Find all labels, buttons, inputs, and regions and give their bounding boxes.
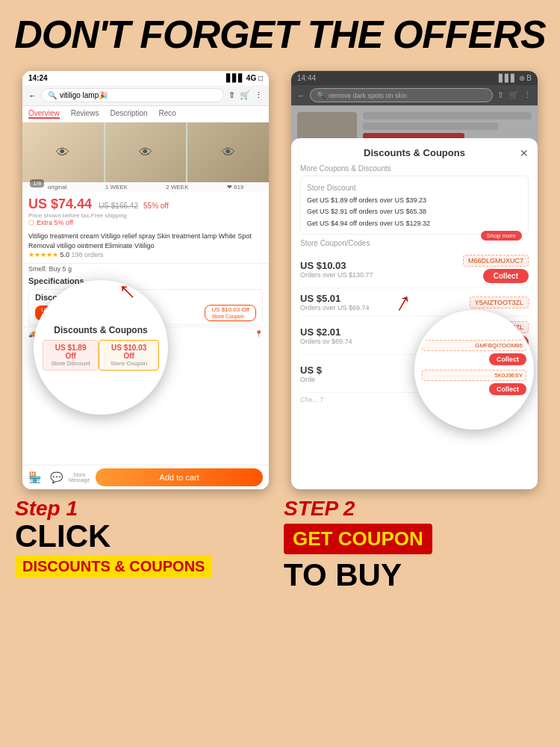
coupon-amount-4: US $ (300, 365, 322, 376)
right-circle-content: GMFBQI7OOM86 Collect 5K0J9E6Y Collect (417, 335, 531, 404)
coupon-right-1: M66DLGMUXUC7 Collect (463, 255, 529, 283)
right-phone: 14:44 ▋▋▋ ⊕ B ← 🔍 remove dark spots on s… (291, 71, 538, 489)
main-title: DON'T FORGET THE OFFERS (0, 0, 560, 63)
store-discount-3: Get US $4.94 off orders over US $129.32 (307, 218, 522, 229)
modal-sheet: Discounts & Coupons ✕ More Coupons & Dis… (291, 138, 538, 489)
left-nav-tabs: Overview Reviews Description Reco (22, 106, 269, 123)
left-search-query: vitiligo lamp🎉 (60, 91, 108, 99)
coupon-left-3: US $2.01 Orders ov $69.74 (300, 326, 352, 345)
price-discount: 55% off (143, 202, 169, 210)
step-2-number: STEP 2 (284, 497, 545, 521)
discount-badge-coupon: US $10.03 Off Store Coupon (205, 305, 256, 321)
circle-coupon-row-1: GMFBQI7OOM86 Collect (422, 340, 526, 365)
share-icon[interactable]: ⇧ (228, 90, 235, 100)
product-img-1: 👁 (22, 123, 104, 182)
coupon-code-2: Y5AIZTOOT3ZL (470, 297, 529, 309)
coupon-row-1: US $10.03 Orders over US $130.77 M66DLGM… (300, 250, 529, 288)
cart-icon[interactable]: 🛒 (240, 90, 250, 100)
search-icon: 🔍 (48, 91, 57, 99)
store-discount-1: Get US $1.89 off orders over US $39.23 (307, 195, 522, 206)
circle-content: Discounts & Coupons US $1.89 Off Store D… (37, 319, 165, 376)
circle-code-1: GMFBQI7OOM86 (422, 340, 526, 351)
circle-discounts-title: Discounts & Coupons (43, 325, 159, 335)
product-images: 👁 👁 👁 (22, 123, 269, 182)
coupon-left-1: US $10.03 Orders over US $130.77 (300, 260, 373, 279)
back-icon[interactable]: ← (28, 91, 37, 100)
price-original: US $165.42 (99, 202, 138, 210)
circle-coupon-row-2: 5K0J9E6Y Collect (422, 370, 526, 395)
circle-collect-button-1[interactable]: Collect (489, 353, 526, 365)
phones-container: 14:24 ▋▋▋ 4G □ ← 🔍 vitiligo lamp🎉 ⇧ 🛒 ⋮ … (0, 63, 560, 489)
likes-count: ❤ 619 (227, 184, 244, 190)
get-coupon-box: GET COUPON (284, 524, 432, 554)
right-circle-overlay: GMFBQI7OOM86 Collect 5K0J9E6Y Collect (414, 310, 534, 430)
price-note: Price shown before tax,Free shipping (28, 212, 263, 219)
product-desc: Vitiligo treatment cream Vitiligo relief… (22, 229, 269, 263)
price-main: US $74.44 (28, 196, 92, 211)
circle-code-2: 5K0J9E6Y (422, 370, 526, 381)
left-signal: ▋▋▋ 4G □ (226, 74, 263, 82)
store-discount-list: Get US $1.89 off orders over US $39.23 G… (307, 195, 522, 229)
modal-close-button[interactable]: ✕ (520, 147, 529, 159)
step-1-subtext: DISCOUNTS & COUPONS (15, 555, 212, 578)
price-section: US $74.44 US $165.42 55% off Price shown… (22, 192, 269, 229)
left-bottom-bar: 🏪 💬 Store Message Add to cart (22, 465, 269, 489)
circle-store-coupon: US $10.03 Off Store Coupon (99, 340, 159, 371)
product-stars: ★★★★★ 5.0 198 orders (28, 250, 263, 260)
left-status-bar: 14:24 ▋▋▋ 4G □ (22, 71, 269, 85)
coupon-amount-3: US $2.01 (300, 326, 352, 338)
location-icon: 📍 (255, 330, 263, 338)
step-1-number: Step 1 (15, 497, 276, 521)
step-2: STEP 2 GET COUPON TO BUY (284, 497, 545, 593)
coupon-amount-1: US $10.03 (300, 260, 373, 271)
left-search-input[interactable]: 🔍 vitiligo lamp🎉 (41, 88, 224, 102)
store-discount-card: Store Discount Get US $1.89 off orders o… (300, 176, 529, 235)
coupon-code-1: M66DLGMUXUC7 (463, 255, 529, 267)
left-search-bar: ← 🔍 vitiligo lamp🎉 ⇧ 🛒 ⋮ (22, 85, 269, 106)
to-buy-label: TO BUY (284, 557, 545, 593)
product-img-3: 👁 (187, 123, 269, 182)
add-to-cart-button[interactable]: Add to cart (96, 468, 263, 486)
modal-title: Discounts & Coupons (300, 147, 529, 158)
label-1week: 1 WEEK (105, 184, 128, 190)
collect-button-1[interactable]: Collect (483, 269, 529, 283)
bottom-icons: 🏪 💬 (28, 471, 63, 483)
coupon-right-2: Y5AIZTOOT3ZL (470, 297, 529, 309)
tab-recommended[interactable]: Reco (159, 109, 176, 119)
steps-container: Step 1 CLICK DISCOUNTS & COUPONS STEP 2 … (0, 489, 560, 597)
tab-description[interactable]: Description (110, 109, 147, 119)
right-phone-wrapper: 14:44 ▋▋▋ ⊕ B ← 🔍 remove dark spots on s… (291, 71, 538, 489)
coupon-condition-1: Orders over US $130.77 (300, 271, 373, 279)
store-discount-label: Store Discount (307, 184, 522, 192)
label-original: original (48, 184, 67, 190)
week-labels: original 1 WEEK 2 WEEK ❤ 619 (22, 182, 269, 192)
label-2week: 2 WEEK (166, 184, 188, 190)
circle-row: US $1.89 Off Store Discount US $10.03 Of… (43, 340, 159, 371)
left-circle-overlay: Discounts & Coupons US $1.89 Off Store D… (34, 280, 168, 415)
image-counter: 1/8 (30, 179, 44, 187)
coupon-condition-4: Orde (300, 376, 322, 383)
product-img-2: 👁 (105, 123, 187, 182)
left-phone: 14:24 ▋▋▋ 4G □ ← 🔍 vitiligo lamp🎉 ⇧ 🛒 ⋮ … (22, 71, 269, 489)
step-1: Step 1 CLICK DISCOUNTS & COUPONS (15, 497, 276, 578)
extra-off: ⬡ Extra 5% off (28, 219, 263, 226)
coupon-condition-2: Orders over US $69.74 (300, 304, 370, 311)
store-icon[interactable]: 🏪 (28, 471, 41, 483)
message-icon[interactable]: 💬 (50, 471, 63, 483)
shop-more-button[interactable]: Shop more (481, 231, 522, 241)
circle-collect-button-2[interactable]: Collect (489, 383, 526, 395)
left-time: 14:24 (28, 74, 48, 82)
more-coupons-label: More Coupons & Discounts (300, 164, 529, 173)
left-phone-wrapper: 14:24 ▋▋▋ 4G □ ← 🔍 vitiligo lamp🎉 ⇧ 🛒 ⋮ … (22, 71, 269, 489)
smell-label: Smell: Buy 5 g (22, 263, 269, 274)
specifications-label: Specifications (22, 274, 269, 288)
coupon-condition-3: Orders ov $69.74 (300, 338, 352, 345)
circle-store-discount: US $1.89 Off Store Discount (43, 340, 99, 371)
coupon-left-2: US $5.01 Orders over US $69.74 (300, 293, 370, 311)
tab-reviews[interactable]: Reviews (71, 109, 99, 119)
store-discount-2: Get US $2.91 off orders over US $65.38 (307, 206, 522, 217)
menu-icon[interactable]: ⋮ (255, 90, 263, 100)
step-1-action: CLICK (15, 521, 276, 552)
coupon-amount-2: US $5.01 (300, 293, 370, 304)
tab-overview[interactable]: Overview (28, 109, 60, 119)
